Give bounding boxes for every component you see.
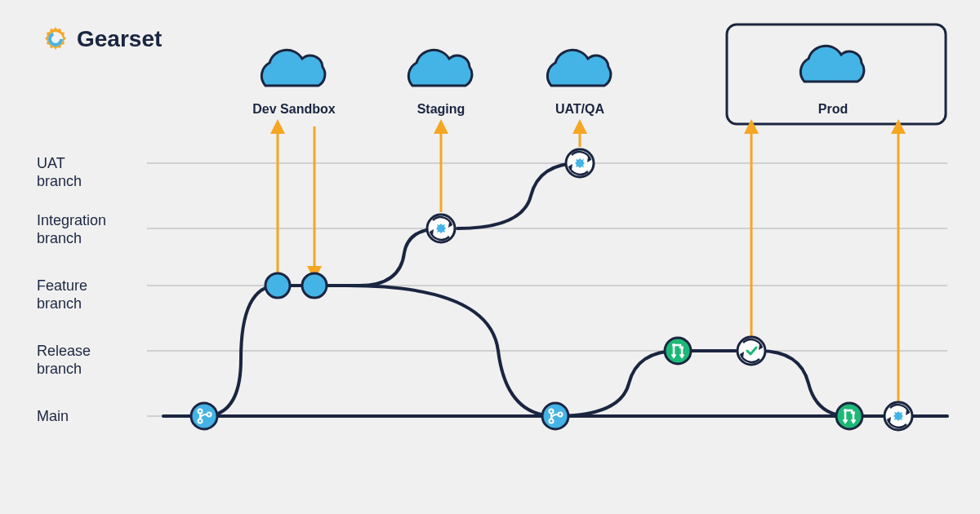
branch-node-icon — [191, 403, 217, 429]
ci-node-icon — [566, 149, 594, 177]
pr-node-icon — [836, 403, 862, 429]
cloud-icon — [261, 50, 325, 86]
ci-node-icon — [884, 402, 912, 430]
check-node-icon — [737, 337, 765, 365]
cloud-icon — [800, 46, 864, 82]
ci-node-icon — [427, 215, 455, 242]
cloud-icon — [547, 50, 611, 86]
pipeline-diagram — [0, 0, 980, 514]
commit-node — [265, 273, 290, 298]
nodes — [191, 149, 912, 430]
pr-node-icon — [665, 338, 691, 364]
commit-node — [302, 273, 327, 298]
branch-node-icon — [542, 403, 568, 429]
cloud-icon — [408, 50, 472, 86]
